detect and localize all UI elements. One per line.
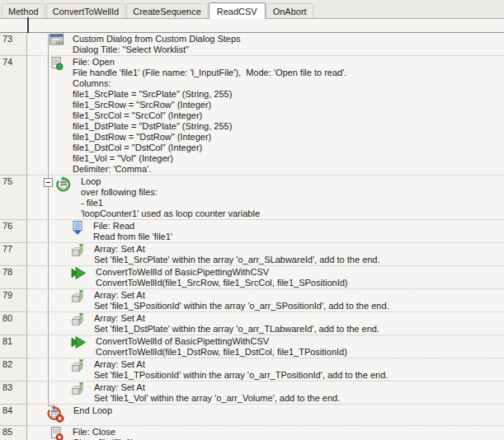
tab-readcsv[interactable]: ReadCSV	[209, 2, 266, 19]
step-text-line: file1_SrcRow = "SrcRow" (Integer)	[73, 100, 346, 110]
step-text-line: Dialog Title: "Select Worklist"	[73, 44, 241, 55]
step-row: 81 ConvertToWellId of BasicPipettingWith…	[0, 335, 504, 358]
step-text-line: Set 'file1_Vol' within the array 'o_arr_…	[94, 393, 340, 404]
step-text-line: Set 'file1_SPositionId' within the array…	[94, 301, 389, 311]
step-cell[interactable]: File: CloseClose file 'file1'	[27, 426, 504, 440]
step-text-line: ConvertToWellId(file1_DstRow, file1_DstC…	[96, 347, 347, 358]
minus-icon	[46, 182, 50, 183]
array-set-icon	[71, 313, 85, 326]
step-text: File: ReadRead from file 'file1'	[93, 220, 172, 242]
collapse-toggle[interactable]	[44, 178, 53, 187]
file-open-icon	[49, 57, 64, 70]
array-set-icon	[71, 244, 85, 257]
step-text-line: File handle 'file1' (File name: 'l_Input…	[73, 68, 346, 78]
step-cell[interactable]: Array: Set AtSet 'file1_Vol' within the …	[27, 381, 504, 405]
step-text-line: Columns:	[73, 78, 346, 89]
step-cell[interactable]: ConvertToWellId of BasicPipettingWithCSV…	[27, 335, 504, 358]
end-loop-icon	[46, 405, 64, 423]
row-number: 80	[0, 312, 27, 335]
step-cell[interactable]: ConvertToWellId of BasicPipettingWithCSV…	[27, 266, 504, 289]
array-set-icon	[71, 359, 85, 372]
step-row: 79 Array: Set AtSet 'file1_SPositionId' …	[0, 289, 504, 312]
convert-to-wellid-icon	[71, 336, 87, 349]
step-row: 75 Loopover following files:- file1'loop…	[0, 176, 504, 220]
step-text-line: ConvertToWellId of BasicPipettingWithCSV	[96, 336, 347, 347]
step-row: 84 End Loop	[0, 405, 504, 426]
step-text-line: Set 'file1_SrcPlate' within the array 'o…	[94, 255, 380, 265]
step-cell[interactable]: Loopover following files:- file1'loopCou…	[27, 176, 504, 220]
file-close-icon	[49, 427, 64, 440]
step-row: 74 File: OpenFile handle 'file1' (File n…	[0, 56, 504, 176]
step-text: File: OpenFile handle 'file1' (File name…	[73, 56, 346, 175]
step-text: End Loop	[73, 405, 112, 416]
step-text-line: Array: Set At	[94, 313, 379, 324]
row-number: 82	[0, 358, 27, 381]
insertion-caret	[27, 17, 29, 33]
step-text-line: Array: Set At	[94, 244, 380, 255]
step-text-line: Set 'file1_TPositionId' within the array…	[94, 370, 388, 381]
step-text-line: Read from file 'file1'	[93, 232, 172, 242]
row-number: 83	[0, 381, 27, 405]
array-set-icon	[71, 290, 85, 303]
step-text-line: file1_DstPlate = "DstPlate" (String, 255…	[73, 121, 346, 132]
loop-icon	[55, 176, 72, 193]
row-number: 84	[0, 405, 27, 426]
step-text: Custom Dialog from Custom Dialog StepsDi…	[73, 33, 241, 55]
convert-to-wellid-icon	[71, 267, 87, 279]
step-text: Loopover following files:- file1'loopCou…	[81, 176, 260, 219]
step-text: Array: Set AtSet 'file1_TPositionId' wit…	[94, 358, 388, 381]
step-row: 73 Custom Dialog from Custom Dialog Step…	[0, 33, 504, 56]
step-row: 85 File: CloseClose file 'file1'	[0, 426, 504, 440]
row-number: 85	[0, 426, 27, 440]
step-text-line: File: Read	[93, 221, 172, 232]
step-row: 77 Array: Set AtSet 'file1_SrcPlate' wit…	[0, 243, 504, 266]
step-list: 73 Custom Dialog from Custom Dialog Step…	[0, 32, 504, 440]
step-cell[interactable]: Custom Dialog from Custom Dialog StepsDi…	[27, 33, 504, 56]
step-cell[interactable]: Array: Set AtSet 'file1_TPositionId' wit…	[27, 358, 504, 381]
step-cell[interactable]: Array: Set AtSet 'file1_DstPlate' within…	[27, 312, 504, 335]
row-number: 81	[0, 335, 27, 358]
tab-method[interactable]: Method	[2, 3, 45, 18]
tab-onabort[interactable]: OnAbort	[266, 3, 313, 18]
tab-bar: MethodConvertToWellIdCreateSequenceReadC…	[0, 0, 504, 19]
step-text-line: ConvertToWellId(file1_SrcRow, file1_SrcC…	[96, 278, 348, 288]
step-text-line: file1_DstCol = "DstCol" (Integer)	[73, 143, 346, 153]
step-row: 76 File: ReadRead from file 'file1'	[0, 220, 504, 243]
step-text-line: over following files:	[81, 187, 260, 198]
step-text: ConvertToWellId of BasicPipettingWithCSV…	[96, 266, 348, 288]
step-text-line: Set 'file1_DstPlate' within the array 'o…	[94, 324, 379, 335]
step-cell[interactable]: Array: Set AtSet 'file1_SPositionId' wit…	[27, 289, 504, 312]
tab-converttowellid[interactable]: ConvertToWellId	[46, 3, 126, 18]
step-text-line: Array: Set At	[94, 359, 388, 370]
step-text-line: Custom Dialog from Custom Dialog Steps	[73, 34, 241, 44]
step-cell[interactable]: End Loop	[27, 405, 504, 426]
step-text: ConvertToWellId of BasicPipettingWithCSV…	[96, 335, 347, 358]
step-text-line: Delimiter: 'Comma'.	[73, 164, 346, 175]
step-text-line: file1_Vol = "Vol" (Integer)	[73, 153, 346, 164]
step-cell[interactable]: File: OpenFile handle 'file1' (File name…	[27, 56, 504, 176]
step-text-line: file1_SrcPlate = "SrcPlate" (String, 255…	[73, 89, 346, 100]
row-number: 76	[0, 220, 27, 243]
array-set-icon	[71, 382, 85, 396]
step-text-line: File: Open	[73, 57, 346, 68]
row-number: 79	[0, 289, 27, 312]
tab-createsequence[interactable]: CreateSequence	[126, 3, 208, 18]
step-text-line: file1_DstRow = "DstRow" (Integer)	[73, 132, 346, 143]
step-text-line: 'loopCounter1' used as loop counter vari…	[81, 208, 260, 219]
step-row: 83 Array: Set AtSet 'file1_Vol' within t…	[0, 381, 504, 405]
step-text-line: file1_SrcCol = "SrcCol" (Integer)	[73, 110, 346, 121]
row-number: 75	[0, 176, 27, 220]
step-text-line: ConvertToWellId of BasicPipettingWithCSV	[96, 267, 348, 278]
step-row: 80 Array: Set AtSet 'file1_DstPlate' wit…	[0, 312, 504, 335]
step-text: Array: Set AtSet 'file1_SPositionId' wit…	[94, 289, 389, 311]
step-text-line: End Loop	[73, 405, 112, 416]
row-number: 77	[0, 243, 27, 266]
file-read-icon	[71, 221, 84, 235]
step-cell[interactable]: File: ReadRead from file 'file1'	[27, 220, 504, 243]
step-text: File: CloseClose file 'file1'	[73, 426, 133, 440]
step-cell[interactable]: Array: Set AtSet 'file1_SrcPlate' within…	[27, 243, 504, 266]
step-text: Array: Set AtSet 'file1_SrcPlate' within…	[94, 243, 380, 265]
custom-dialog-icon	[49, 34, 64, 45]
step-row: 82 Array: Set AtSet 'file1_TPositionId' …	[0, 358, 504, 381]
step-text-line: Loop	[81, 176, 260, 187]
